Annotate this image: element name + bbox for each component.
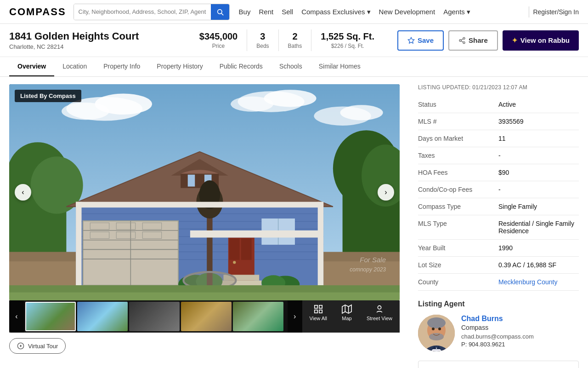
svg-rect-74 <box>76 202 81 285</box>
detail-row-status: Status Active <box>418 96 579 113</box>
svg-point-14 <box>231 97 273 112</box>
svg-rect-56 <box>241 239 252 260</box>
save-button[interactable]: Save <box>397 30 444 51</box>
listing-updated-text: LISTING UPDATED: 01/21/2023 12:07 AM <box>418 84 579 91</box>
thumbnail-2[interactable] <box>77 302 128 331</box>
main-image[interactable]: Listed By Compass ‹ › For Sale comnopy 2… <box>9 84 400 300</box>
nav-compass-exclusives[interactable]: Compass Exclusives ▾ <box>301 8 370 16</box>
search-bar[interactable] <box>74 4 230 20</box>
svg-point-4 <box>459 40 461 41</box>
detail-row-dom: Days on Market 11 <box>418 130 579 147</box>
nav-buy[interactable]: Buy <box>239 8 251 16</box>
view-on-rabbu-button[interactable]: ✦ View on Rabbu <box>503 30 579 51</box>
navbar-divider <box>529 6 529 17</box>
svg-rect-80 <box>315 310 317 313</box>
tab-schools[interactable]: Schools <box>271 57 311 76</box>
beds-value: 3 <box>256 31 269 42</box>
thumb-prev-button[interactable]: ‹ <box>9 300 24 333</box>
share-button[interactable]: Share <box>448 30 498 51</box>
agent-phone: P: 904.803.9621 <box>461 341 579 348</box>
svg-marker-2 <box>408 37 414 43</box>
stat-sqft: 1,525 Sq. Ft. $226 / Sq. Ft. <box>311 29 384 51</box>
agent-photo <box>418 315 455 351</box>
nav-agents[interactable]: Agents ▾ <box>443 8 470 16</box>
property-address: 1841 Golden Heights Court <box>9 30 181 42</box>
nav-rent[interactable]: Rent <box>259 8 273 16</box>
agent-email: chad.burns@compass.com <box>461 333 579 340</box>
agent-info: Chad Burns Compass chad.burns@compass.co… <box>461 315 579 348</box>
svg-rect-75 <box>318 202 323 285</box>
listed-badge: Listed By Compass <box>15 90 81 102</box>
baths-value: 2 <box>288 31 302 42</box>
svg-point-16 <box>340 105 383 120</box>
svg-point-57 <box>233 261 236 264</box>
stat-beds: 3 Beds <box>247 29 278 51</box>
tab-similar-homes[interactable]: Similar Homes <box>311 57 369 76</box>
thumbnail-5[interactable] <box>233 302 283 331</box>
search-input[interactable] <box>74 4 211 20</box>
listing-agent-title: Listing Agent <box>418 300 579 308</box>
detail-row-mls-type: MLS Type Residential / Single Family Res… <box>418 215 579 240</box>
contact-section: CONTACT AGENT(S) <box>418 361 579 368</box>
property-tabs: Overview Location Property Info Property… <box>0 57 588 77</box>
detail-row-mls: MLS # 3935569 <box>418 113 579 130</box>
stat-price: $345,000 Price <box>190 29 247 51</box>
gallery-section: Listed By Compass ‹ › For Sale comnopy 2… <box>0 77 409 368</box>
map-button[interactable]: Map <box>334 300 359 333</box>
rabbu-star-icon: ✦ <box>512 36 518 45</box>
for-sale-watermark: For Sale <box>360 256 386 264</box>
svg-rect-81 <box>319 310 322 313</box>
image-next-button[interactable]: › <box>378 184 394 201</box>
svg-point-85 <box>378 306 381 309</box>
main-content: Listed By Compass ‹ › For Sale comnopy 2… <box>0 77 588 368</box>
detail-row-lot-size: Lot Size 0.39 AC / 16,988 SF <box>418 257 579 274</box>
agent-name[interactable]: Chad Burns <box>461 315 579 323</box>
thumbnail-1[interactable] <box>25 302 76 331</box>
street-view-button[interactable]: Street View <box>359 300 400 333</box>
view-all-button[interactable]: View All <box>302 300 334 333</box>
svg-point-3 <box>463 37 465 39</box>
detail-row-county: County Mecklenburg County <box>418 274 579 291</box>
thumbnail-bar: ‹ › View All <box>9 300 400 333</box>
svg-rect-55 <box>229 239 240 260</box>
thumbnail-4[interactable] <box>181 302 232 331</box>
sqft-per-label: $226 / Sq. Ft. <box>321 43 374 49</box>
thumb-next-button[interactable]: › <box>288 300 302 333</box>
nav-new-development[interactable]: New Development <box>379 8 435 16</box>
svg-point-96 <box>438 328 441 330</box>
detail-row-taxes: Taxes - <box>418 147 579 164</box>
svg-rect-77 <box>9 293 400 300</box>
svg-point-95 <box>432 328 435 330</box>
svg-marker-87 <box>20 345 22 347</box>
county-link[interactable]: Mecklenburg County <box>498 278 557 286</box>
tab-overview[interactable]: Overview <box>9 57 54 76</box>
property-stats: $345,000 Price 3 Beds 2 Baths 1,525 Sq. … <box>190 29 384 51</box>
thumbnail-3[interactable] <box>129 302 180 331</box>
register-signin[interactable]: Register/Sign In <box>533 8 579 16</box>
svg-point-94 <box>429 333 444 340</box>
virtual-tour-button[interactable]: Virtual Tour <box>9 338 66 354</box>
tab-location[interactable]: Location <box>54 57 95 76</box>
view-controls: View All Map Street View <box>302 300 400 333</box>
tab-public-records[interactable]: Public Records <box>211 57 271 76</box>
baths-label: Baths <box>288 43 302 49</box>
tab-property-history[interactable]: Property History <box>148 57 211 76</box>
detail-row-hoa: HOA Fees $90 <box>418 164 579 181</box>
listing-sidebar: LISTING UPDATED: 01/21/2023 12:07 AM Sta… <box>409 77 588 368</box>
listing-details-table: Status Active MLS # 3935569 Days on Mark… <box>418 96 579 291</box>
tab-property-info[interactable]: Property Info <box>95 57 148 76</box>
detail-row-year-built: Year Built 1990 <box>418 240 579 257</box>
nav-links: Buy Rent Sell Compass Exclusives ▾ New D… <box>239 8 470 16</box>
price-label: Price <box>199 43 237 49</box>
nav-sell[interactable]: Sell <box>282 8 293 16</box>
property-city-state: Charlotte, NC 28214 <box>9 43 181 50</box>
svg-marker-82 <box>342 305 351 313</box>
image-prev-button[interactable]: ‹ <box>15 184 31 201</box>
svg-rect-72 <box>190 230 319 238</box>
compass-logo: COMPASS <box>9 6 66 18</box>
search-button[interactable] <box>211 4 229 20</box>
svg-point-11 <box>62 103 109 120</box>
property-header: 1841 Golden Heights Court Charlotte, NC … <box>0 24 588 57</box>
stat-baths: 2 Baths <box>278 29 311 51</box>
beds-label: Beds <box>256 43 269 49</box>
